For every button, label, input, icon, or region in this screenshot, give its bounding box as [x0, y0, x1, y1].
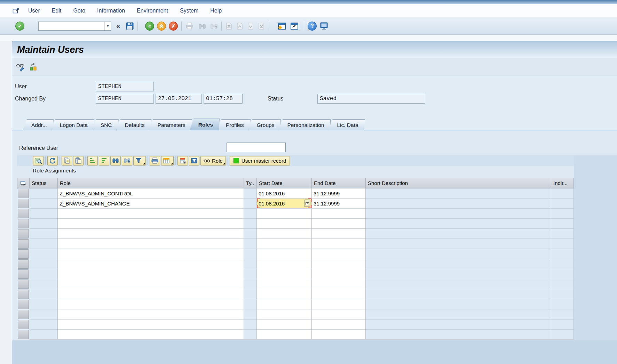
- row-selector[interactable]: [18, 280, 29, 289]
- row-selector[interactable]: [18, 239, 29, 249]
- cell-role[interactable]: [58, 279, 244, 289]
- cell-start[interactable]: [257, 249, 312, 259]
- cell-start[interactable]: [257, 269, 312, 279]
- print-icon[interactable]: [150, 156, 160, 165]
- cell-role[interactable]: [58, 289, 244, 299]
- value-help-button[interactable]: [304, 200, 310, 207]
- column-header-type[interactable]: Ty..: [244, 178, 257, 188]
- cell-role[interactable]: [58, 319, 244, 330]
- cell-start[interactable]: [257, 219, 312, 229]
- cell-end[interactable]: [312, 209, 366, 219]
- create-shortcut-icon[interactable]: [290, 22, 299, 30]
- menu-system[interactable]: System: [174, 8, 204, 14]
- tab-lic-data[interactable]: Lic. Data: [328, 119, 365, 130]
- views-icon[interactable]: [161, 156, 174, 165]
- cell-end[interactable]: [312, 330, 366, 340]
- role-button[interactable]: Role: [200, 156, 226, 165]
- references-icon[interactable]: [29, 63, 38, 71]
- menu-environment[interactable]: Environment: [131, 8, 174, 14]
- tab-roles[interactable]: Roles: [190, 119, 220, 130]
- cell-end[interactable]: [312, 289, 366, 299]
- menu-user[interactable]: User: [22, 8, 46, 14]
- cell-role[interactable]: [58, 209, 244, 219]
- new-session-icon[interactable]: [277, 22, 286, 30]
- row-selector[interactable]: [18, 199, 29, 208]
- cell-start[interactable]: [257, 229, 312, 239]
- row-selector[interactable]: [18, 229, 29, 238]
- tab-logon-data[interactable]: Logon Data: [51, 119, 94, 130]
- cell-role[interactable]: [58, 330, 244, 340]
- cell-role[interactable]: [58, 309, 244, 319]
- cell-end[interactable]: [312, 249, 366, 259]
- cell-role[interactable]: [58, 219, 244, 229]
- sort-ascending-icon[interactable]: [87, 156, 98, 165]
- changed-date-field[interactable]: 27.05.2021: [156, 94, 202, 104]
- customize-layout-icon[interactable]: [319, 22, 329, 30]
- column-header-indirect[interactable]: Indir...: [551, 178, 574, 188]
- row-selector[interactable]: [18, 209, 29, 218]
- command-field[interactable]: [39, 22, 104, 30]
- cell-role[interactable]: [58, 269, 244, 279]
- system-menu-icon[interactable]: [13, 8, 20, 14]
- tab-profiles[interactable]: Profiles: [217, 119, 251, 130]
- table-settings-icon[interactable]: [17, 178, 30, 188]
- cell-end[interactable]: [312, 229, 366, 239]
- cell-start[interactable]: [257, 209, 312, 219]
- column-header-role[interactable]: Role: [58, 178, 244, 188]
- tab-snc[interactable]: SNC: [92, 119, 119, 130]
- reference-user-input[interactable]: [227, 143, 286, 152]
- row-selector[interactable]: [18, 310, 29, 319]
- row-selector[interactable]: [18, 320, 29, 329]
- cell-start[interactable]: [257, 279, 312, 289]
- cell-end[interactable]: [312, 309, 366, 319]
- cell-end[interactable]: [312, 259, 366, 269]
- continue-icon[interactable]: ✓: [15, 22, 24, 31]
- cell-start[interactable]: [257, 239, 312, 249]
- choose-variant-icon[interactable]: [189, 156, 199, 165]
- row-selector[interactable]: [18, 249, 29, 259]
- column-header-end-date[interactable]: End Date: [312, 178, 366, 188]
- menu-goto[interactable]: Goto: [67, 8, 91, 14]
- column-header-status[interactable]: Status: [30, 178, 58, 188]
- cell-role[interactable]: [58, 239, 244, 249]
- row-selector[interactable]: [18, 330, 29, 339]
- cell-end[interactable]: 31.12.9999: [312, 188, 366, 199]
- find-icon[interactable]: [110, 156, 121, 165]
- changed-time-field[interactable]: 01:57:28: [204, 94, 243, 104]
- menu-help[interactable]: Help: [204, 8, 228, 14]
- menu-information[interactable]: Information: [91, 8, 131, 14]
- tab-parameters[interactable]: Parameters: [149, 119, 192, 130]
- cell-end[interactable]: 31.12.9999: [312, 199, 366, 209]
- menu-edit[interactable]: Edit: [46, 8, 68, 14]
- user-field[interactable]: STEPHEN: [96, 82, 154, 91]
- row-selector[interactable]: [18, 219, 29, 228]
- tab-personalization[interactable]: Personalization: [278, 119, 331, 130]
- cell-start[interactable]: 01.08.2016: [257, 199, 312, 209]
- command-dropdown-icon[interactable]: ▼: [104, 22, 111, 30]
- status-field[interactable]: Saved: [317, 94, 425, 104]
- cell-role[interactable]: [58, 259, 244, 269]
- exit-icon[interactable]: [157, 22, 166, 31]
- tab-groups[interactable]: Groups: [248, 119, 281, 130]
- user-master-record-button[interactable]: User master record: [230, 156, 290, 165]
- row-selector[interactable]: [18, 269, 29, 279]
- cell-start[interactable]: [257, 299, 312, 309]
- cell-start[interactable]: [257, 259, 312, 269]
- cell-role[interactable]: [58, 229, 244, 239]
- tab-defaults[interactable]: Defaults: [116, 119, 151, 130]
- cell-start[interactable]: 01.08.2016: [257, 188, 312, 199]
- row-selector[interactable]: [18, 290, 29, 299]
- back-icon[interactable]: «: [145, 22, 154, 31]
- cell-start[interactable]: [257, 319, 312, 330]
- cell-end[interactable]: [312, 219, 366, 229]
- cancel-icon[interactable]: ✗: [169, 22, 178, 31]
- cell-role[interactable]: [58, 249, 244, 259]
- row-selector[interactable]: [18, 189, 29, 198]
- column-header-start-date[interactable]: Start Date: [257, 178, 312, 188]
- filter-icon[interactable]: [133, 156, 146, 165]
- cell-end[interactable]: [312, 269, 366, 279]
- detail-icon[interactable]: [33, 156, 43, 165]
- help-icon[interactable]: ?: [308, 22, 317, 31]
- row-selector[interactable]: [18, 300, 29, 309]
- changed-by-field[interactable]: STEPHEN: [96, 94, 154, 104]
